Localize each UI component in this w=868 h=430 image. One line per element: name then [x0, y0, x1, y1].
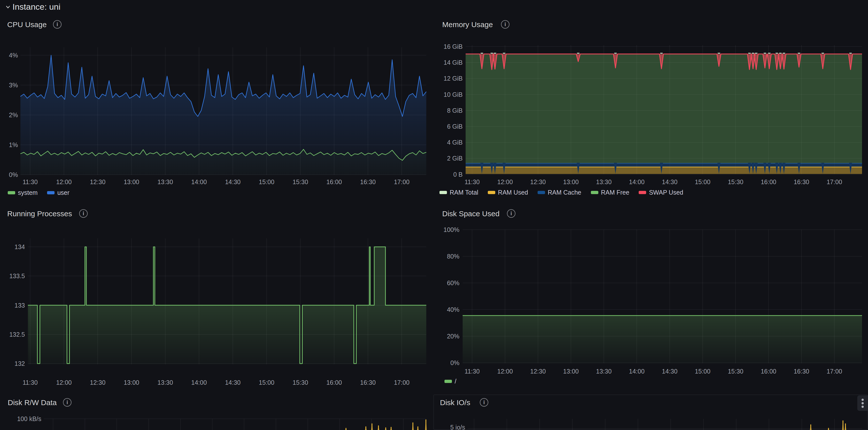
- y-tick-label: 133.5: [0, 272, 25, 280]
- y-tick-label: 132: [0, 360, 25, 367]
- mem-chart[interactable]: [464, 43, 864, 176]
- panel-title-disk-space-used: Disk Space Used: [442, 209, 499, 218]
- legend-swatch: [537, 191, 545, 194]
- legend-label: RAM Used: [498, 189, 528, 196]
- panel-title-running-processes: Running Processes: [7, 209, 72, 218]
- y-tick-label: 132.5: [0, 331, 25, 338]
- x-tick-label: 17:00: [382, 178, 422, 186]
- info-icon[interactable]: i: [53, 20, 62, 29]
- dio-chart[interactable]: [467, 417, 864, 430]
- info-icon[interactable]: i: [79, 209, 88, 218]
- legend-label: SWAP Used: [649, 189, 683, 196]
- legend-item-user[interactable]: user: [47, 189, 69, 196]
- y-tick-label: 133: [0, 302, 25, 309]
- rp-chart[interactable]: [26, 237, 428, 366]
- legend-label: RAM Free: [601, 189, 629, 196]
- cpu-legend: systemuser: [8, 188, 69, 197]
- y-tick-label: 0%: [0, 171, 18, 178]
- panel-menu-kebab-icon[interactable]: [857, 395, 868, 411]
- legend-item-ram-used[interactable]: RAM Used: [488, 189, 528, 196]
- legend-swatch: [488, 191, 495, 194]
- cpu-chart[interactable]: [20, 46, 428, 176]
- legend-swatch: [444, 380, 452, 383]
- chevron-down-icon[interactable]: [5, 4, 11, 10]
- legend-label: RAM Total: [450, 189, 478, 196]
- legend-label: user: [57, 189, 69, 196]
- y-tick-label: 2%: [0, 111, 18, 119]
- panel-title-disk-rw-data: Disk R/W Data: [8, 398, 57, 407]
- legend-swatch: [639, 191, 646, 194]
- y-tick-label: 3%: [0, 81, 18, 89]
- ds-legend: /: [444, 377, 457, 386]
- y-tick-label: 1%: [0, 141, 18, 148]
- info-icon[interactable]: i: [63, 398, 71, 407]
- dashboard: { "header": { "row_title": "Instance: un…: [0, 0, 868, 430]
- y-tick-label: 4%: [0, 52, 18, 59]
- x-tick-label: 17:00: [382, 379, 422, 386]
- panel-title-cpu-usage: CPU Usage: [7, 21, 46, 29]
- mem-legend: RAM TotalRAM UsedRAM CacheRAM FreeSWAP U…: [439, 188, 683, 197]
- x-tick-label: 17:00: [814, 178, 854, 186]
- panel-title-memory-usage: Memory Usage: [442, 21, 493, 29]
- legend-label: /: [455, 378, 457, 385]
- y-tick-label: 100%: [402, 226, 459, 233]
- info-icon[interactable]: i: [507, 209, 516, 218]
- info-icon[interactable]: i: [480, 398, 488, 407]
- legend-swatch: [8, 191, 15, 194]
- legend-item-ram-cache[interactable]: RAM Cache: [537, 189, 581, 196]
- legend-label: system: [18, 189, 38, 196]
- panel-title-disk-io: Disk IO/s: [440, 398, 470, 407]
- legend-item--[interactable]: /: [444, 378, 457, 385]
- x-tick-label: 17:00: [814, 368, 854, 375]
- legend-label: RAM Cache: [548, 189, 581, 196]
- info-icon[interactable]: i: [501, 20, 509, 29]
- legend-swatch: [439, 191, 447, 194]
- legend-item-swap-used[interactable]: SWAP Used: [639, 189, 683, 196]
- legend-item-system[interactable]: system: [8, 189, 38, 196]
- y-tick-label: 100 kB/s: [0, 415, 41, 423]
- y-tick-label: 134: [0, 243, 25, 251]
- legend-item-ram-total[interactable]: RAM Total: [439, 189, 478, 196]
- legend-swatch: [591, 191, 598, 194]
- legend-swatch: [47, 191, 55, 194]
- row-title[interactable]: Instance: uni: [12, 2, 61, 12]
- drw-chart[interactable]: [43, 417, 428, 430]
- ds-chart[interactable]: [461, 228, 864, 364]
- legend-item-ram-free[interactable]: RAM Free: [591, 189, 629, 196]
